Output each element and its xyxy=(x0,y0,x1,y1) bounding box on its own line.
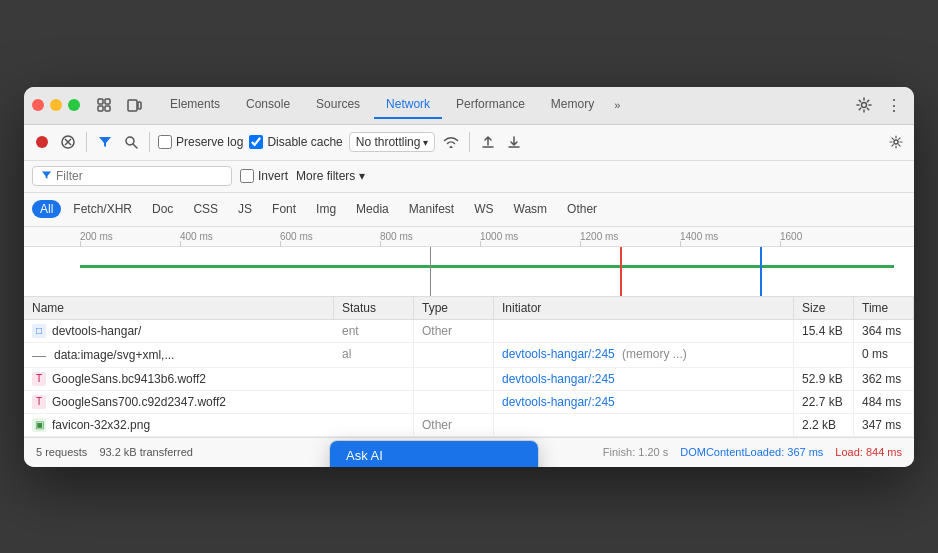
title-bar: Elements Console Sources Network Perform… xyxy=(24,87,914,125)
type-btn-other[interactable]: Other xyxy=(559,200,605,218)
throttle-selector[interactable]: No throttling ▾ xyxy=(349,132,436,152)
preserve-log-checkbox[interactable]: Preserve log xyxy=(158,135,243,149)
minimize-button[interactable] xyxy=(50,99,62,111)
clear-icon[interactable] xyxy=(58,132,78,152)
search-icon[interactable] xyxy=(121,132,141,152)
svg-rect-2 xyxy=(98,106,103,111)
devtools-settings: ⋮ xyxy=(852,93,906,117)
download-icon[interactable] xyxy=(504,132,524,152)
table-header: Name Status Type Initiator Size Time xyxy=(24,297,914,320)
tab-performance[interactable]: Performance xyxy=(444,91,537,119)
record-stop-icon[interactable] xyxy=(32,132,52,152)
network-settings-icon[interactable] xyxy=(886,132,906,152)
main-content: Preserve log Disable cache No throttling… xyxy=(24,125,914,467)
window-controls xyxy=(32,99,80,111)
table-row[interactable]: T GoogleSans.bc9413b6.woff2 devtools-han… xyxy=(24,368,914,391)
type-btn-js[interactable]: JS xyxy=(230,200,260,218)
row-name-svg: — data:image/svg+xml,... xyxy=(24,343,334,367)
close-button[interactable] xyxy=(32,99,44,111)
toolbar-divider-2 xyxy=(149,132,150,152)
row-name-text: GoogleSans.bc9413b6.woff2 xyxy=(52,372,206,386)
devtools-tabs: Elements Console Sources Network Perform… xyxy=(158,91,848,119)
upload-icon[interactable] xyxy=(478,132,498,152)
tab-memory[interactable]: Memory xyxy=(539,91,606,119)
initiator-link-3[interactable]: devtools-hangar/:245 xyxy=(502,395,615,409)
type-btn-all[interactable]: All xyxy=(32,200,61,218)
row-name-favicon: ▣ favicon-32x32.png xyxy=(24,414,334,436)
settings-gear-icon[interactable] xyxy=(852,93,876,117)
network-toolbar: Preserve log Disable cache No throttling… xyxy=(24,125,914,161)
initiator-link-1[interactable]: devtools-hangar/:245 xyxy=(502,347,615,361)
filter-text-input[interactable] xyxy=(56,169,223,183)
type-btn-wasm[interactable]: Wasm xyxy=(506,200,556,218)
table-row[interactable]: ▣ favicon-32x32.png Other 2.2 kB 347 ms xyxy=(24,414,914,437)
svg-point-13 xyxy=(894,140,898,144)
th-initiator[interactable]: Initiator xyxy=(494,297,794,319)
th-size[interactable]: Size xyxy=(794,297,854,319)
more-filters-label: More filters ▾ xyxy=(296,169,365,183)
th-name[interactable]: Name xyxy=(24,297,334,319)
row-time-4: 347 ms xyxy=(854,414,914,436)
row-name-devtools-hangar: □ devtools-hangar/ xyxy=(24,320,334,342)
timeline-ruler: 200 ms 400 ms 600 ms 800 ms 1000 ms 1200… xyxy=(24,227,914,247)
row-time-0: 364 ms xyxy=(854,320,914,342)
row-status-1: al xyxy=(334,343,414,367)
th-status[interactable]: Status xyxy=(334,297,414,319)
table-row[interactable]: □ devtools-hangar/ ent Other 15.4 kB 364… xyxy=(24,320,914,343)
tab-sources[interactable]: Sources xyxy=(304,91,372,119)
tab-network[interactable]: Network xyxy=(374,91,442,119)
device-toolbar-icon[interactable] xyxy=(122,93,146,117)
wifi-icon[interactable] xyxy=(441,132,461,152)
context-menu-item-ask-ai[interactable]: Ask AI xyxy=(330,441,538,467)
type-btn-font[interactable]: Font xyxy=(264,200,304,218)
row-type-4: Other xyxy=(414,414,494,436)
type-btn-css[interactable]: CSS xyxy=(185,200,226,218)
throttle-chevron-icon: ▾ xyxy=(423,137,428,148)
th-type[interactable]: Type xyxy=(414,297,494,319)
throttle-label: No throttling xyxy=(356,135,421,149)
ruler-tick-800: 800 ms xyxy=(380,231,480,242)
row-initiator-4 xyxy=(494,414,794,436)
th-time[interactable]: Time xyxy=(854,297,914,319)
context-menu: Ask AI Open in Sources panel Open in new… xyxy=(329,440,539,467)
row-name-woff2-1: T GoogleSans.bc9413b6.woff2 xyxy=(24,368,334,390)
row-name-text: favicon-32x32.png xyxy=(52,418,150,432)
tab-console[interactable]: Console xyxy=(234,91,302,119)
toolbar-divider-3 xyxy=(469,132,470,152)
table-row[interactable]: T GoogleSans700.c92d2347.woff2 devtools-… xyxy=(24,391,914,414)
row-type-3 xyxy=(414,391,494,413)
maximize-button[interactable] xyxy=(68,99,80,111)
type-btn-fetch-xhr[interactable]: Fetch/XHR xyxy=(65,200,140,218)
inspect-element-icon[interactable] xyxy=(92,93,116,117)
initiator-link-2[interactable]: devtools-hangar/:245 xyxy=(502,372,615,386)
filter-funnel-icon xyxy=(41,170,52,182)
row-name-text: GoogleSans700.c92d2347.woff2 xyxy=(52,395,226,409)
more-filters-button[interactable]: More filters ▾ xyxy=(296,169,365,183)
preserve-log-input[interactable] xyxy=(158,135,172,149)
table-row[interactable]: — data:image/svg+xml,... al devtools-han… xyxy=(24,343,914,368)
woff-file-icon: T xyxy=(32,372,46,386)
ruler-tick-1000: 1000 ms xyxy=(480,231,580,242)
load-event-line xyxy=(760,247,762,297)
type-btn-manifest[interactable]: Manifest xyxy=(401,200,462,218)
devtools-window: Elements Console Sources Network Perform… xyxy=(24,87,914,467)
dom-content-loaded-line xyxy=(620,247,622,297)
disable-cache-checkbox[interactable]: Disable cache xyxy=(249,135,342,149)
invert-input[interactable] xyxy=(240,169,254,183)
row-initiator-1: devtools-hangar/:245 (memory ...) xyxy=(494,343,794,367)
more-options-icon[interactable]: ⋮ xyxy=(882,93,906,117)
disable-cache-input[interactable] xyxy=(249,135,263,149)
tab-elements[interactable]: Elements xyxy=(158,91,232,119)
type-btn-doc[interactable]: Doc xyxy=(144,200,181,218)
ruler-tick-1600: 1600 xyxy=(780,231,880,242)
type-btn-media[interactable]: Media xyxy=(348,200,397,218)
invert-checkbox[interactable]: Invert xyxy=(240,169,288,183)
ruler-tick-200: 200 ms xyxy=(80,231,180,242)
row-initiator-3: devtools-hangar/:245 xyxy=(494,391,794,413)
svg-point-11 xyxy=(126,137,134,145)
filter-icon[interactable] xyxy=(95,132,115,152)
load-status: Load: 844 ms xyxy=(835,446,902,458)
type-btn-img[interactable]: Img xyxy=(308,200,344,218)
type-btn-ws[interactable]: WS xyxy=(466,200,501,218)
tabs-more-button[interactable]: » xyxy=(608,95,626,115)
